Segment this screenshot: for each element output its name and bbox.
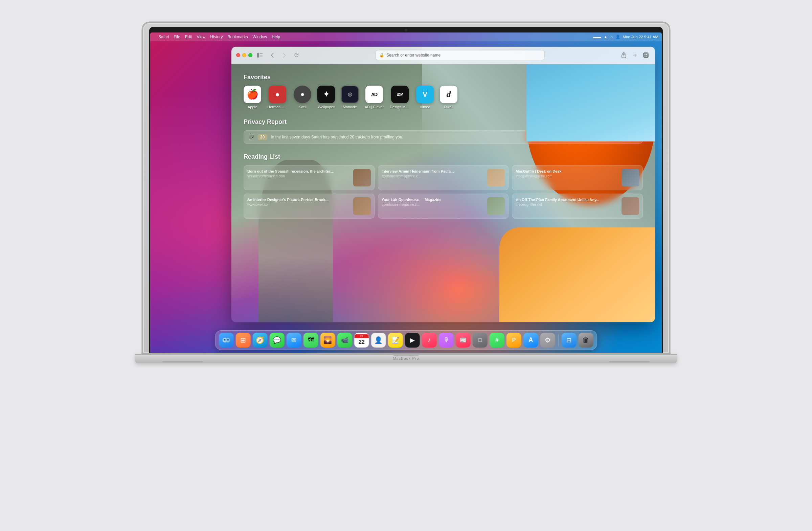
reading-item-5-text: Your Lab Openhouse — Magazine openhouse-… [382,197,485,206]
dock-music[interactable]: ♪ [422,333,437,347]
reading-item-2-text: Interview Armin Heinemann from Paula... … [382,169,485,178]
new-tab-button[interactable]: + [630,51,639,60]
reading-item-6[interactable]: An Off-The-Plan Family Apartment Unlike … [512,193,643,219]
svg-rect-9 [646,56,648,57]
wallpaper-fav-icon: ✦ [317,86,335,103]
dock-numbers[interactable]: # [490,333,505,347]
menubar-bookmarks[interactable]: Bookmarks [228,34,248,39]
favorite-kvell[interactable]: ● Kvell [294,86,311,109]
reading-item-3-text: MacGuffin | Desk on Desk macguffinmagazi… [516,169,619,178]
reading-item-6-text: An Off-The-Plan Family Apartment Unlike … [516,197,619,206]
favorite-monocle[interactable]: ⊗ Monocle [341,86,359,109]
vimeo-fav-icon: V [416,86,434,103]
herman-miller-fav-icon: ● [269,86,286,103]
dock-contacts[interactable]: 👤 [371,333,386,347]
dock-notes[interactable]: 📝 [388,333,403,347]
back-button[interactable] [267,51,277,60]
reading-item-2[interactable]: Interview Armin Heinemann from Paula... … [378,165,509,190]
favorite-ad-clever[interactable]: AD AD | Clever [365,86,384,109]
macos-desktop: Safari File Edit View History Bookmarks … [150,32,662,353]
favorite-wallpaper[interactable]: ✦ Wallpaper [317,86,335,109]
herman-miller-fav-label: Herman Miller [267,105,288,109]
macbook-foot-right [609,361,650,362]
design-museum-fav-icon: tDM [391,86,409,103]
minimize-button[interactable] [242,53,246,57]
reading-item-3-thumb [622,169,639,186]
reading-item-2-url: apartamentomagazine.c... [382,174,485,178]
menubar-right: ▬▬ ▲ ⌕ 👤 Mon Jun 22 9:41 AM [593,34,658,39]
menubar-window[interactable]: Window [253,34,267,39]
kvell-fav-label: Kvell [299,105,306,109]
reading-list-section: Reading List Born out of the Spanish rec… [244,153,643,219]
dock-separator [558,334,559,346]
extensions-button[interactable] [641,51,650,60]
favorite-herman-miller[interactable]: ● Herman Miller [267,86,288,109]
design-museum-fav-label: Design Museum [390,105,410,109]
macbook-base: MacBook Pro [135,354,677,363]
reading-item-5[interactable]: Your Lab Openhouse — Magazine openhouse-… [378,193,509,219]
safari-toolbar: 🔒 Search or enter website name + [231,47,655,64]
dock-podcasts[interactable]: 🎙 [439,333,454,347]
dock: ⊞ 🧭 💬 ✉ [215,330,597,350]
reading-item-4-title: An Interior Designer's Picture-Perfect B… [247,197,350,202]
reading-item-4[interactable]: An Interior Designer's Picture-Perfect B… [244,193,375,219]
dock-app-store[interactable]: A [523,333,538,347]
menubar-safari[interactable]: Safari [158,34,169,39]
dock-finder[interactable] [219,333,234,347]
dock-system-preferences[interactable]: ⚙ [540,333,555,347]
screen: Safari File Edit View History Bookmarks … [150,32,662,353]
reading-item-3-url: macguffinmagazine.com [516,174,619,178]
favorite-vimeo[interactable]: V Vimeo [416,86,434,109]
dock-facetime[interactable]: 📹 [337,333,352,347]
favorite-apple[interactable]: 🍎 Apple [244,86,261,109]
dock-maps[interactable]: 🗺 [304,333,318,347]
dock-news[interactable]: 📰 [456,333,470,347]
close-button[interactable] [236,53,240,57]
dock-safari[interactable]: 🧭 [253,333,267,347]
menubar-file[interactable]: File [174,34,180,39]
svg-rect-6 [644,54,646,55]
reload-button[interactable] [292,51,301,60]
reading-item-3[interactable]: MacGuffin | Desk on Desk macguffinmagazi… [512,165,643,190]
dock-messages[interactable]: 💬 [270,333,285,347]
reading-item-1[interactable]: Born out of the Spanish recession, the a… [244,165,375,190]
user-icon[interactable]: 👤 [615,34,620,39]
reading-item-2-thumb [487,169,505,186]
menubar-edit[interactable]: Edit [185,34,192,39]
dwell-fav-icon: d [440,86,458,103]
reading-item-1-thumb [353,169,371,186]
svg-rect-0 [257,53,259,58]
url-bar[interactable]: 🔒 Search or enter website name [376,50,545,60]
monocle-fav-icon: ⊗ [341,86,359,103]
svg-point-12 [223,339,225,341]
dock-photos[interactable]: 🌄 [320,333,335,347]
reading-item-4-text: An Interior Designer's Picture-Perfect B… [247,197,350,206]
menubar-help[interactable]: Help [272,34,280,39]
dock-calendar[interactable]: 22 22 [354,333,369,347]
search-icon[interactable]: ⌕ [610,35,613,39]
dock-finder-window[interactable]: ⊟ [561,333,576,347]
reading-list-title: Reading List [244,153,643,160]
dock-sidecar[interactable]: □ [473,333,488,347]
menubar-history[interactable]: History [210,34,223,39]
favorite-design-museum[interactable]: tDM Design Museum [390,86,410,109]
forward-button[interactable] [279,51,289,60]
reading-item-5-title: Your Lab Openhouse — Magazine [382,197,485,202]
reading-item-5-url: openhouse-magazine.c... [382,203,485,206]
dock-launchpad[interactable]: ⊞ [236,333,251,347]
dock-tv[interactable]: ▶ [405,333,420,347]
traffic-lights [236,53,252,57]
safari-window: 🔒 Search or enter website name + [231,47,655,322]
menubar-view[interactable]: View [197,34,205,39]
favorite-dwell[interactable]: d Dwell [440,86,458,109]
dock-mail[interactable]: ✉ [287,333,302,347]
dock-trash[interactable]: 🗑 [578,333,593,347]
maximize-button[interactable] [248,53,252,57]
apple-fav-label: Apple [248,105,257,109]
share-button[interactable] [619,51,629,60]
golden-dune [499,227,655,322]
dock-container: ⊞ 🧭 💬 ✉ [215,330,597,350]
dock-pages[interactable]: P [507,333,521,347]
reading-item-6-url: thedesignfiles.net [516,203,619,206]
sidebar-toggle-button[interactable] [255,51,264,60]
